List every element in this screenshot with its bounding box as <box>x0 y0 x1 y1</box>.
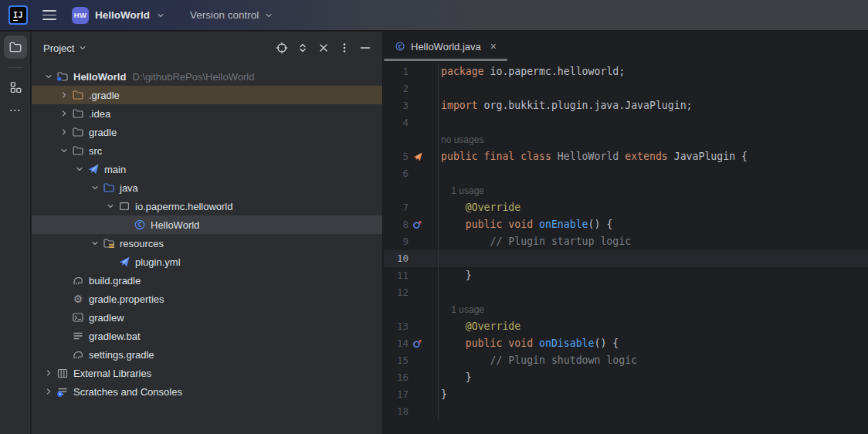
gradle-icon <box>72 274 84 287</box>
main-toolbar: IJ HW HelloWorld Version control <box>0 0 868 31</box>
code-line[interactable]: 5public final class HelloWorld extends J… <box>384 148 868 165</box>
stripe-divider <box>8 67 23 68</box>
code-line[interactable]: 3import org.bukkit.plugin.java.JavaPlugi… <box>384 97 868 114</box>
hide-panel-icon[interactable] <box>359 42 371 54</box>
project-widget[interactable]: HW HelloWorld <box>72 7 165 24</box>
chevron-down-icon[interactable] <box>90 183 100 192</box>
paper-plane-icon <box>87 163 100 175</box>
chevron-right-icon[interactable] <box>59 109 69 118</box>
tree-item-gradlew-bat[interactable]: gradlew.bat <box>32 327 382 345</box>
tree-item-resources-folder[interactable]: resources <box>32 234 382 253</box>
text-file-icon <box>72 330 84 342</box>
terminal-icon <box>72 311 84 324</box>
editor-area: HelloWorld.java × 1package io.papermc.he… <box>384 32 868 434</box>
ide-window: IJ HW HelloWorld Version control ⋯ Proje… <box>0 0 868 434</box>
project-panel-title[interactable]: Project <box>43 42 74 54</box>
more-tool-windows-icon[interactable]: ⋯ <box>9 107 22 114</box>
chevron-down-icon[interactable] <box>78 43 87 53</box>
intellij-logo-icon[interactable]: IJ <box>8 5 28 25</box>
project-panel-actions <box>276 42 371 54</box>
overrides-method-icon[interactable] <box>412 338 423 349</box>
resources-folder-icon <box>103 237 115 249</box>
tree-item-scratches-consoles[interactable]: Scratches and Consoles <box>32 382 382 401</box>
project-panel-header: Project <box>32 32 382 64</box>
tree-item-project-root[interactable]: HelloWorld D:\githubRePos\HelloWorld <box>32 67 382 86</box>
inlay-hint-line[interactable]: no usages <box>384 131 868 148</box>
chevron-down-icon[interactable] <box>44 72 53 81</box>
code-line[interactable]: 15 // Plugin shutdown logic <box>384 352 868 369</box>
chevron-down-icon[interactable] <box>59 146 69 155</box>
code-editor[interactable]: 1package io.papermc.helloworld; 2 3impor… <box>384 61 868 420</box>
folder-icon <box>72 107 84 120</box>
project-path: D:\githubRePos\HelloWorld <box>132 71 254 83</box>
code-line[interactable]: 4 <box>384 114 868 131</box>
vcs-label: Version control <box>190 9 259 21</box>
tree-item-package[interactable]: io.papermc.helloworld <box>32 197 382 215</box>
inlay-hint-line[interactable]: 1 usage <box>384 182 868 199</box>
code-line[interactable]: 14 public void onDisable() { <box>384 335 868 352</box>
expand-all-icon[interactable] <box>297 42 309 54</box>
project-tool-window-button[interactable] <box>4 36 27 59</box>
folder-icon <box>72 89 84 101</box>
code-line[interactable]: 1package io.papermc.helloworld; <box>384 63 868 80</box>
code-line[interactable]: 11 } <box>384 267 868 284</box>
tree-item-settings-gradle[interactable]: settings.gradle <box>32 345 382 364</box>
collapse-all-icon[interactable] <box>317 42 330 54</box>
folder-icon <box>72 144 84 157</box>
code-line[interactable]: 7 @Override <box>384 199 868 216</box>
inlay-hint-line[interactable]: 1 usage <box>384 301 868 318</box>
chevron-down-icon[interactable] <box>90 239 100 248</box>
overrides-method-icon[interactable] <box>412 219 423 230</box>
tree-item-build-gradle[interactable]: build.gradle <box>32 271 382 290</box>
code-line[interactable]: 12 <box>384 284 868 301</box>
chevron-down-icon <box>156 11 165 20</box>
code-line[interactable]: 8 public void onEnable() { <box>384 216 868 233</box>
options-kebab-icon[interactable] <box>338 42 351 54</box>
tab-helloworld-java[interactable]: HelloWorld.java × <box>384 32 507 61</box>
editor-tab-bar: HelloWorld.java × <box>384 32 868 61</box>
tool-window-stripe: ⋯ <box>0 32 31 434</box>
structure-icon[interactable] <box>8 80 22 94</box>
source-folder-icon <box>103 181 115 194</box>
chevron-down-icon[interactable] <box>75 164 84 174</box>
main-menu-hamburger-icon[interactable] <box>42 8 58 23</box>
code-line[interactable]: 16 } <box>384 369 868 386</box>
chevron-right-icon[interactable] <box>59 127 69 137</box>
package-icon <box>118 200 131 212</box>
code-line[interactable]: 13 @Override <box>384 318 868 335</box>
code-line[interactable]: 6 <box>384 165 868 182</box>
java-class-icon <box>134 219 146 231</box>
folder-icon <box>72 126 84 138</box>
tree-item-gradle-folder[interactable]: gradle <box>32 123 382 141</box>
code-line-current[interactable]: 10 <box>384 250 868 267</box>
tree-item-helloworld-class[interactable]: HelloWorld <box>32 215 382 234</box>
chevron-down-icon <box>264 11 273 20</box>
tree-item-plugin-yml[interactable]: plugin.yml <box>32 253 382 271</box>
tree-item-idea-folder[interactable]: .idea <box>32 104 382 123</box>
vcs-widget[interactable]: Version control <box>190 9 273 21</box>
code-line[interactable]: 9 // Plugin startup logic <box>384 233 868 250</box>
tree-item-gradle-properties[interactable]: ⚙ gradle.properties <box>32 290 382 308</box>
tree-item-gradle-cache-folder[interactable]: .gradle <box>32 86 382 104</box>
project-folder-icon <box>8 40 22 54</box>
usages-inlay-hint[interactable]: 1 usage <box>441 185 484 196</box>
usages-inlay-hint[interactable]: 1 usage <box>441 304 484 315</box>
tree-item-external-libraries[interactable]: External Libraries <box>32 364 382 382</box>
close-tab-icon[interactable]: × <box>490 41 497 52</box>
usages-inlay-hint[interactable]: no usages <box>441 134 483 145</box>
chevron-right-icon[interactable] <box>59 90 69 100</box>
tree-item-main[interactable]: main <box>32 160 382 178</box>
tree-item-src-folder[interactable]: src <box>32 141 382 160</box>
locate-file-icon[interactable] <box>276 42 288 54</box>
code-line[interactable]: 18 <box>384 403 868 420</box>
library-icon <box>56 367 69 379</box>
tree-item-gradlew[interactable]: gradlew <box>32 308 382 327</box>
plugin-gutter-icon[interactable] <box>412 151 423 162</box>
chevron-right-icon[interactable] <box>44 387 53 396</box>
code-line[interactable]: 17} <box>384 386 868 403</box>
code-line[interactable]: 2 <box>384 80 868 97</box>
chevron-down-icon[interactable] <box>106 202 115 211</box>
gear-icon: ⚙ <box>72 293 84 305</box>
tree-item-java-folder[interactable]: java <box>32 178 382 197</box>
chevron-right-icon[interactable] <box>44 368 53 378</box>
